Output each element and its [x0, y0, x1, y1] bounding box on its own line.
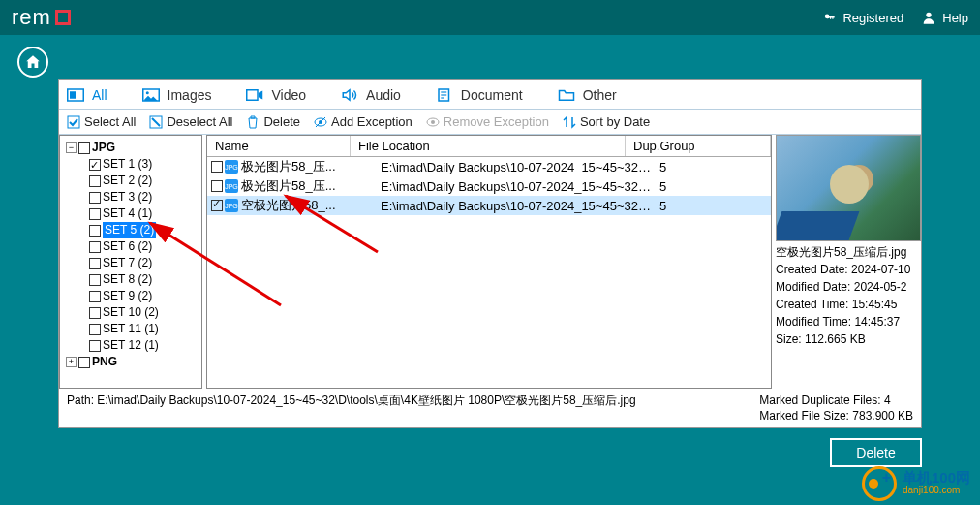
add-exception-button[interactable]: Add Exception: [314, 114, 413, 129]
home-button[interactable]: [17, 47, 48, 78]
watermark-icon: [862, 466, 897, 501]
sort-icon: [563, 115, 576, 129]
svg-point-17: [431, 120, 435, 124]
delete-label: Delete: [263, 114, 300, 129]
deselect-all-label: Deselect All: [167, 114, 232, 129]
brand-square-icon: [55, 10, 71, 25]
registered-link[interactable]: Registered: [823, 11, 903, 25]
tree-item-label: SET 4 (1): [103, 205, 152, 222]
delete-button[interactable]: Delete: [246, 114, 300, 129]
tree-item-2[interactable]: SET 3 (2): [62, 189, 199, 205]
tree-root[interactable]: − JPG: [62, 140, 199, 156]
eye-slash-icon: [314, 115, 327, 129]
col-group[interactable]: Dup.Group: [626, 136, 771, 156]
checkbox[interactable]: [89, 159, 101, 171]
tree-item-label: SET 11 (1): [103, 321, 159, 337]
home-icon: [24, 53, 42, 71]
select-all-label: Select All: [84, 114, 136, 129]
tree-foot-label: PNG: [92, 354, 117, 370]
all-icon: [67, 88, 84, 102]
expand-icon[interactable]: +: [66, 357, 77, 367]
tree-item-label: SET 6 (2): [103, 238, 152, 255]
preview-size: Size: 112.665 KB: [776, 331, 921, 348]
checkbox[interactable]: [89, 324, 101, 335]
tree-item-8[interactable]: SET 9 (2): [62, 288, 199, 304]
tree-root-label: JPG: [92, 140, 115, 156]
collapse-icon[interactable]: −: [66, 142, 77, 153]
marked-size: Marked File Size: 783.900 KB: [759, 408, 913, 424]
checkbox[interactable]: [211, 161, 223, 173]
tab-document[interactable]: Document: [436, 87, 523, 103]
filter-tabs: All Images Video Audio Document Other: [59, 80, 921, 110]
cell-location: E:\imad\Daily Backups\10-07-2024_15~45~3…: [377, 179, 652, 194]
tree-item-11[interactable]: SET 12 (1): [62, 337, 199, 354]
tab-images[interactable]: Images: [142, 87, 212, 103]
checkbox[interactable]: [89, 208, 101, 220]
marked-files: Marked Duplicate Files: 4: [759, 393, 913, 408]
tree-item-10[interactable]: SET 11 (1): [62, 321, 199, 337]
checkbox[interactable]: [211, 200, 223, 211]
tab-video[interactable]: Video: [246, 87, 306, 103]
select-all-button[interactable]: Select All: [67, 114, 136, 129]
col-name[interactable]: Name: [207, 136, 351, 156]
checkbox[interactable]: [211, 180, 223, 192]
preview-modified-time: Modified Time: 14:45:37: [776, 313, 921, 331]
tab-audio[interactable]: Audio: [341, 87, 401, 103]
tab-other[interactable]: Other: [558, 87, 617, 103]
tree-item-9[interactable]: SET 10 (2): [62, 304, 199, 321]
watermark: 单机100网danji100.com: [862, 466, 970, 501]
svg-point-4: [145, 91, 148, 94]
tree-item-7[interactable]: SET 8 (2): [62, 271, 199, 288]
tab-all[interactable]: All: [67, 87, 107, 103]
col-location[interactable]: File Location: [351, 136, 626, 156]
checkbox[interactable]: [78, 357, 90, 368]
checkbox[interactable]: [89, 307, 101, 319]
svg-point-0: [927, 13, 932, 17]
checkbox[interactable]: [89, 340, 101, 352]
key-icon: [823, 11, 837, 24]
deselectall-icon: [149, 115, 163, 129]
brand-text: rem: [12, 5, 51, 30]
tree-item-5[interactable]: SET 6 (2): [62, 238, 199, 255]
deselect-all-button[interactable]: Deselect All: [149, 114, 232, 129]
tree-item-4[interactable]: SET 5 (2): [62, 222, 199, 238]
tree-item-3[interactable]: SET 4 (1): [62, 205, 199, 222]
audio-icon: [341, 88, 358, 102]
help-link[interactable]: Help: [921, 10, 968, 25]
help-label: Help: [942, 11, 968, 25]
tree-item-1[interactable]: SET 2 (2): [62, 173, 199, 189]
tree-item-label: SET 7 (2): [103, 255, 152, 271]
table-row[interactable]: JPG极光图片58_压...E:\imad\Daily Backups\10-0…: [207, 176, 771, 196]
checkbox[interactable]: [89, 291, 101, 302]
cell-location: E:\imad\Daily Backups\10-07-2024_15~45~3…: [377, 160, 652, 174]
remove-exception-label: Remove Exception: [444, 114, 549, 129]
jpg-file-icon: JPG: [225, 160, 238, 174]
preview-created-time: Created Time: 15:45:45: [776, 296, 921, 313]
jpg-file-icon: JPG: [225, 179, 238, 193]
cell-location: E:\imad\Daily Backups\10-07-2024_15~45~3…: [377, 199, 652, 213]
delete-main-button[interactable]: Delete: [830, 438, 922, 467]
selectall-icon: [67, 115, 80, 129]
sort-by-date-button[interactable]: Sort by Date: [563, 114, 650, 129]
checkbox[interactable]: [89, 225, 101, 237]
cell-name: 空极光图片58_...: [241, 197, 377, 214]
checkbox[interactable]: [89, 175, 101, 187]
preview-panel: 空极光图片58_压缩后.jpg Created Date: 2024-07-10…: [776, 135, 921, 389]
tab-document-label: Document: [461, 87, 523, 103]
jpg-file-icon: JPG: [225, 199, 238, 212]
folder-tree[interactable]: − JPG SET 1 (3)SET 2 (2)SET 3 (2)SET 4 (…: [59, 135, 202, 389]
tree-item-6[interactable]: SET 7 (2): [62, 255, 199, 271]
table-row[interactable]: JPG空极光图片58_...E:\imad\Daily Backups\10-0…: [207, 196, 771, 215]
tree-item-label: SET 2 (2): [103, 173, 152, 189]
table-row[interactable]: JPG极光图片58_压...E:\imad\Daily Backups\10-0…: [207, 157, 771, 176]
tree-item-label: SET 8 (2): [103, 271, 152, 288]
tree-foot[interactable]: + PNG: [62, 354, 199, 370]
cell-name: 极光图片58_压...: [241, 158, 377, 175]
checkbox[interactable]: [89, 274, 101, 286]
checkbox[interactable]: [89, 258, 101, 269]
svg-rect-5: [247, 89, 258, 100]
checkbox[interactable]: [89, 192, 101, 204]
checkbox[interactable]: [89, 241, 101, 253]
checkbox[interactable]: [78, 142, 90, 154]
tree-item-0[interactable]: SET 1 (3): [62, 156, 199, 173]
